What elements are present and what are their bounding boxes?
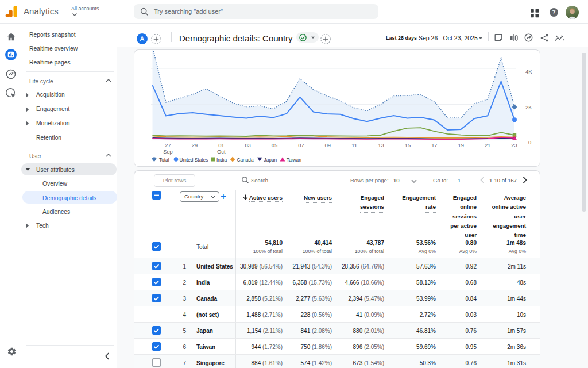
svg-text:05: 05 — [272, 143, 277, 148]
svg-text:09: 09 — [325, 143, 331, 148]
svg-text:Japan: Japan — [264, 157, 277, 163]
svg-text:15: 15 — [405, 143, 411, 148]
svg-text:11: 11 — [351, 143, 357, 148]
svg-text:Sep: Sep — [163, 149, 173, 155]
svg-text:01: 01 — [218, 143, 224, 148]
svg-text:13: 13 — [378, 143, 384, 148]
svg-text:4K: 4K — [525, 69, 532, 75]
svg-text:19: 19 — [458, 143, 464, 148]
svg-text:21: 21 — [485, 143, 490, 148]
svg-text:23: 23 — [511, 143, 517, 148]
svg-text:Oct: Oct — [217, 149, 226, 155]
svg-text:United States: United States — [180, 157, 208, 163]
svg-text:Canada: Canada — [237, 157, 254, 163]
svg-text:07: 07 — [298, 143, 304, 148]
svg-text:03: 03 — [245, 143, 250, 148]
svg-text:Taiwan: Taiwan — [287, 157, 301, 163]
svg-text:India: India — [216, 157, 227, 163]
svg-text:Total: Total — [159, 157, 169, 163]
svg-text:29: 29 — [192, 143, 198, 148]
svg-text:2K: 2K — [525, 105, 532, 110]
svg-text:17: 17 — [431, 143, 437, 148]
svg-text:27: 27 — [165, 143, 171, 148]
svg-text:0: 0 — [528, 140, 531, 145]
